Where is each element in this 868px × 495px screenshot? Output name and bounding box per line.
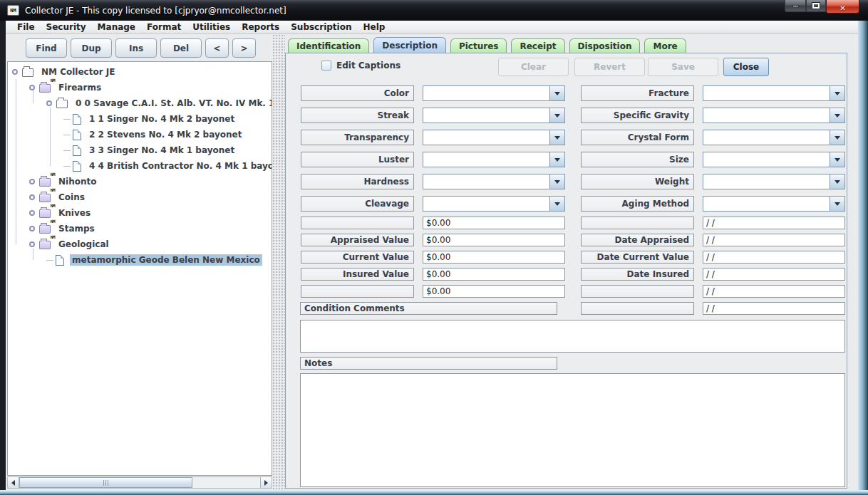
expand-handle-icon[interactable] — [29, 194, 35, 200]
minimize-button[interactable] — [785, 0, 806, 12]
tree-node-root[interactable]: NM Collector JE — [8, 65, 272, 79]
aging-method-dropdown[interactable] — [703, 196, 845, 212]
scrollbar-thumb[interactable] — [19, 477, 192, 488]
date-input-2[interactable] — [703, 285, 845, 298]
date-current-value-input[interactable] — [703, 251, 845, 264]
collection-tree: NM Collector JE NM Firearms 0 0 Savage C… — [7, 61, 272, 476]
menu-manage[interactable]: Manage — [92, 22, 141, 32]
expand-handle-icon[interactable] — [29, 179, 35, 184]
tree-node-bayonet-2[interactable]: 2 2 Stevens No. 4 Mk 2 bayonet — [8, 127, 272, 142]
date-appraised-input[interactable] — [703, 234, 845, 246]
streak-dropdown[interactable] — [423, 108, 565, 123]
date-input-1[interactable] — [703, 217, 845, 229]
amount-input-1[interactable] — [423, 217, 565, 229]
chevron-down-icon[interactable] — [830, 152, 844, 167]
find-button[interactable]: Find — [26, 38, 67, 58]
tab-pictures[interactable]: Pictures — [450, 38, 507, 53]
date-insured-input[interactable] — [703, 268, 845, 281]
tree-node-geological[interactable]: NM Geological — [8, 237, 272, 251]
menu-format[interactable]: Format — [141, 22, 187, 32]
chevron-down-icon[interactable] — [830, 108, 844, 123]
delete-button[interactable]: Del — [160, 38, 202, 58]
tab-identification[interactable]: Identification — [288, 38, 369, 53]
clear-button[interactable]: Clear — [498, 58, 569, 76]
expand-handle-icon[interactable] — [29, 210, 35, 216]
chevron-down-icon[interactable] — [549, 197, 564, 211]
hardness-dropdown[interactable] — [423, 174, 565, 189]
close-window-button[interactable] — [826, 0, 859, 14]
dropdown-value — [703, 174, 830, 189]
specific-gravity-dropdown[interactable] — [703, 108, 845, 123]
tree-node-savage-rifle[interactable]: 0 0 Savage C.A.I. St. Alb. VT. No. IV Mk… — [8, 96, 272, 110]
chevron-down-icon[interactable] — [549, 108, 564, 123]
left-panel: Find Dup Ins Del < > NM Collector JE — [6, 34, 272, 490]
expand-handle-icon[interactable] — [29, 85, 35, 90]
document-icon — [73, 114, 81, 125]
tab-more[interactable]: More — [644, 38, 686, 53]
tab-disposition[interactable]: Disposition — [569, 38, 641, 53]
expand-handle-icon[interactable] — [12, 69, 18, 75]
expand-handle-icon[interactable] — [29, 241, 35, 247]
fracture-dropdown[interactable] — [703, 85, 845, 101]
scroll-right-button[interactable] — [260, 477, 272, 488]
chevron-down-icon[interactable] — [549, 174, 564, 189]
transparency-dropdown[interactable] — [423, 130, 565, 145]
tree-node-bayonet-4[interactable]: 4 4 British Contractor No. 4 Mk 1 bayone… — [8, 159, 272, 173]
tree-node-knives[interactable]: NM Knives — [8, 206, 272, 220]
chevron-down-icon[interactable] — [549, 86, 564, 100]
chevron-down-icon[interactable] — [549, 152, 564, 167]
color-dropdown[interactable] — [423, 85, 565, 101]
luster-dropdown[interactable] — [423, 152, 565, 167]
panel-splitter[interactable] — [272, 34, 285, 490]
condition-comments-textarea[interactable] — [300, 320, 845, 353]
tab-receipt[interactable]: Receipt — [511, 38, 564, 53]
tree-node-bayonet-1[interactable]: 1 1 Singer No. 4 Mk 2 bayonet — [8, 112, 272, 126]
date-input-3[interactable] — [703, 302, 845, 315]
insert-button[interactable]: Ins — [115, 38, 157, 58]
menu-file[interactable]: File — [11, 22, 41, 32]
chevron-down-icon[interactable] — [830, 86, 844, 100]
grip-icon — [105, 480, 106, 486]
save-button[interactable]: Save — [648, 58, 718, 76]
tree-node-stamps[interactable]: NM Stamps — [8, 222, 272, 236]
cleavage-dropdown[interactable] — [423, 196, 565, 212]
chevron-down-icon[interactable] — [549, 130, 564, 145]
menu-reports[interactable]: Reports — [236, 22, 285, 32]
expand-handle-icon[interactable] — [29, 226, 35, 231]
tab-description[interactable]: Description — [373, 37, 446, 53]
titlebar: NM Collector JE - This copy licensed to … — [0, 0, 868, 21]
close-button[interactable]: Close — [723, 58, 769, 76]
scroll-left-button[interactable] — [8, 477, 19, 488]
edit-captions-checkbox[interactable]: Edit Captions — [321, 61, 401, 71]
tree-node-coins[interactable]: NM Coins — [8, 190, 272, 204]
maximize-button[interactable] — [806, 0, 826, 12]
dropdown-value — [703, 130, 830, 145]
tree-node-nihonto[interactable]: NM Nihonto — [8, 174, 272, 189]
tree-node-label: Stamps — [56, 223, 97, 234]
tree-node-bayonet-3[interactable]: 3 3 Singer No. 4 Mk 1 bayonet — [8, 143, 272, 157]
menu-subscription[interactable]: Subscription — [285, 22, 357, 32]
tree-node-firearms[interactable]: NM Firearms — [8, 80, 272, 95]
appraised-value-input[interactable] — [423, 234, 565, 246]
size-dropdown[interactable] — [703, 152, 845, 167]
chevron-down-icon[interactable] — [830, 174, 844, 189]
menu-utilities[interactable]: Utilities — [187, 22, 236, 32]
duplicate-button[interactable]: Dup — [71, 38, 112, 58]
next-button[interactable]: > — [232, 38, 256, 58]
crystal-form-dropdown[interactable] — [703, 130, 845, 145]
expand-handle-icon[interactable] — [46, 100, 52, 106]
menu-help[interactable]: Help — [358, 22, 391, 32]
menu-security[interactable]: Security — [41, 22, 92, 32]
revert-button[interactable]: Revert — [574, 58, 645, 76]
previous-button[interactable]: < — [205, 38, 229, 58]
scrollbar-track[interactable] — [19, 477, 260, 488]
chevron-down-icon[interactable] — [830, 130, 844, 145]
nm-badge: NM — [51, 172, 55, 177]
chevron-down-icon[interactable] — [830, 197, 844, 211]
tree-node-geode-selected[interactable]: metamorphic Geode Belen New Mexico — [8, 253, 272, 267]
insured-value-input[interactable] — [423, 268, 565, 281]
notes-textarea[interactable] — [300, 373, 845, 487]
amount-input-2[interactable] — [423, 285, 565, 298]
weight-dropdown[interactable] — [703, 174, 845, 189]
current-value-input[interactable] — [423, 251, 565, 264]
